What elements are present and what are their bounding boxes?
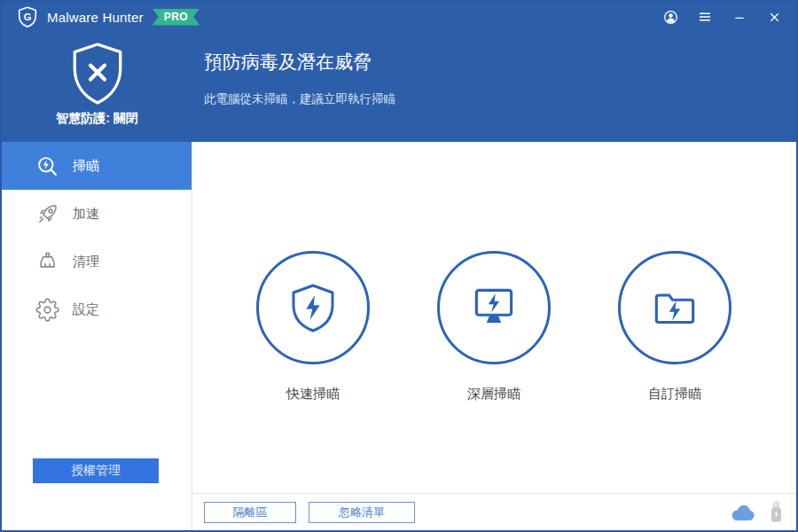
scan-option-label: 快速掃瞄 — [223, 386, 403, 403]
sidebar-item-label: 掃瞄 — [73, 158, 99, 175]
logo-letter: G — [24, 12, 32, 22]
footer-bar: 隔離區 忽略清單 — [192, 493, 796, 530]
sidebar-item-boost[interactable]: 加速 — [2, 190, 192, 238]
license-management-button[interactable]: 授權管理 — [33, 458, 159, 483]
sidebar-item-label: 清理 — [73, 254, 99, 270]
page-title: 預防病毒及潛在威脅 — [204, 50, 395, 74]
app-logo-shield-icon: G — [16, 5, 39, 28]
scan-option-label: 深層掃瞄 — [403, 386, 584, 403]
gear-icon — [35, 298, 59, 322]
status-header: 智慧防護: 關閉 預防病毒及潛在威脅 此電腦從未掃瞄，建議立即執行掃瞄 — [2, 32, 796, 142]
custom-scan-option[interactable]: 自訂掃瞄 — [584, 251, 765, 403]
sidebar-item-label: 加速 — [73, 206, 99, 223]
minimize-icon[interactable] — [728, 5, 751, 28]
ignore-list-button[interactable]: 忽略清單 — [309, 502, 415, 523]
folder-bolt-icon[interactable] — [618, 251, 732, 364]
scan-search-icon — [35, 154, 59, 178]
menu-icon[interactable] — [693, 5, 716, 28]
sidebar-item-clean[interactable]: 清理 — [2, 238, 192, 286]
sidebar-item-label: 設定 — [73, 301, 99, 318]
rocket-icon — [35, 202, 59, 226]
deep-scan-option[interactable]: 深層掃瞄 — [403, 251, 584, 403]
scan-option-label: 自訂掃瞄 — [584, 386, 765, 403]
monitor-bolt-icon[interactable] — [437, 251, 551, 364]
pro-badge: PRO — [153, 9, 200, 26]
quick-scan-option[interactable]: 快速掃瞄 — [223, 251, 403, 403]
cloud-icon[interactable] — [730, 504, 755, 521]
app-window: G Malware Hunter PRO — [0, 0, 798, 532]
titlebar: G Malware Hunter PRO — [2, 2, 796, 32]
page-subtitle: 此電腦從未掃瞄，建議立即執行掃瞄 — [204, 91, 395, 107]
broom-icon — [35, 250, 59, 274]
sidebar-item-settings[interactable]: 設定 — [2, 286, 192, 333]
account-icon[interactable] — [659, 5, 682, 28]
protection-status: 智慧防護: 關閉 — [56, 111, 138, 127]
close-icon[interactable] — [763, 5, 786, 28]
usb-icon[interactable] — [769, 501, 784, 523]
sidebar-item-scan[interactable]: 掃瞄 — [2, 142, 192, 190]
shield-x-icon — [68, 32, 127, 106]
sidebar: 掃瞄 加速 — [2, 142, 192, 530]
quarantine-button[interactable]: 隔離區 — [204, 502, 296, 523]
shield-bolt-icon[interactable] — [256, 251, 370, 364]
app-title: Malware Hunter — [47, 10, 144, 25]
scan-options-panel: 快速掃瞄 深層掃瞄 — [223, 142, 796, 493]
